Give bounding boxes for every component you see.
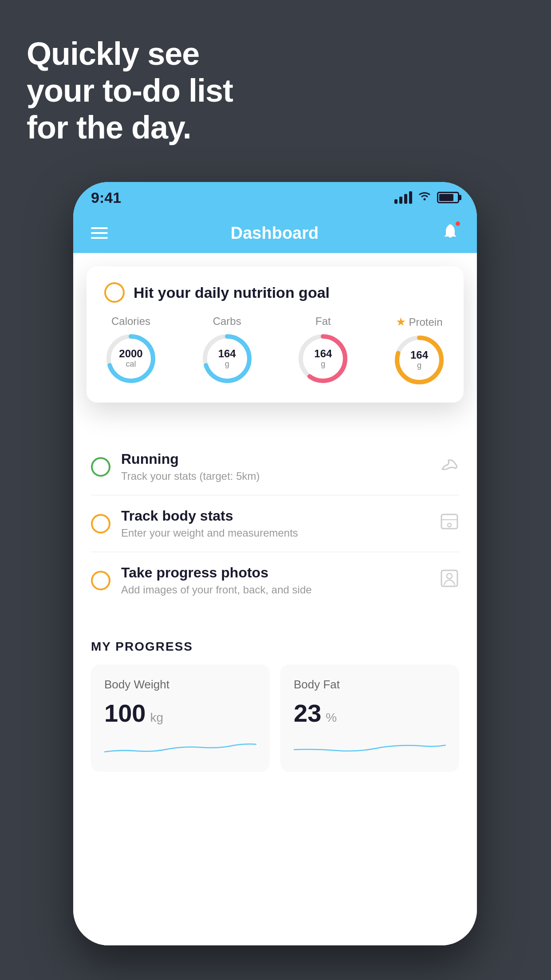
- running-icon: [440, 457, 459, 477]
- body-fat-unit: %: [326, 711, 337, 725]
- body-weight-value-row: 100 kg: [104, 699, 256, 727]
- menu-button[interactable]: [91, 227, 108, 239]
- headline: Quickly see your to-do list for the day.: [27, 36, 233, 146]
- body-fat-card[interactable]: Body Fat 23 %: [280, 664, 459, 772]
- todo-item-running[interactable]: Running Track your stats (target: 5km): [91, 439, 459, 495]
- battery-icon: [437, 192, 459, 203]
- body-weight-unit: kg: [150, 711, 163, 725]
- fat-unit: g: [321, 360, 325, 369]
- person-icon: [440, 569, 459, 592]
- progress-header: MY PROGRESS: [91, 640, 459, 654]
- notification-dot: [455, 221, 461, 227]
- nutrition-goal-title: Hit your daily nutrition goal: [134, 284, 330, 301]
- calories-value: 2000: [119, 348, 142, 360]
- nutrition-grid: Calories 2000 cal Carbs: [104, 315, 446, 387]
- headline-line1: Quickly see: [27, 36, 233, 72]
- star-icon: ★: [396, 315, 406, 329]
- fat-item: Fat 164 g: [296, 315, 350, 385]
- carbs-value: 164: [218, 348, 236, 360]
- todo-item-photos[interactable]: Take progress photos Add images of your …: [91, 552, 459, 609]
- todo-photos-subtitle: Add images of your front, back, and side: [121, 584, 429, 596]
- carbs-chart: 164 g: [201, 332, 254, 385]
- phone-frame: 9:41 Dashboard: [73, 182, 477, 945]
- calories-item: Calories 2000 cal: [104, 315, 157, 385]
- body-fat-value: 23: [294, 699, 321, 727]
- todo-photos-circle: [91, 571, 110, 590]
- nutrition-goal-card: Hit your daily nutrition goal Calories 2…: [87, 266, 464, 403]
- svg-point-13: [447, 573, 452, 579]
- header-title: Dashboard: [231, 224, 319, 243]
- calories-label: Calories: [111, 315, 150, 328]
- app-header: Dashboard: [73, 213, 477, 253]
- notification-button[interactable]: [441, 222, 459, 244]
- protein-value: 164: [410, 349, 428, 361]
- todo-running-subtitle: Track your stats (target: 5km): [121, 470, 429, 482]
- todo-list: Running Track your stats (target: 5km) T…: [73, 439, 477, 609]
- progress-section: MY PROGRESS Body Weight 100 kg: [73, 622, 477, 772]
- content-area: THINGS TO DO TODAY Hit your daily nutrit…: [73, 253, 477, 945]
- fat-value: 164: [314, 348, 332, 360]
- body-fat-chart: [294, 736, 446, 759]
- fat-label: Fat: [315, 315, 331, 328]
- body-fat-value-row: 23 %: [294, 699, 446, 727]
- progress-cards: Body Weight 100 kg Body Fat 23: [91, 664, 459, 772]
- todo-item-body-stats[interactable]: Track body stats Enter your weight and m…: [91, 495, 459, 552]
- status-icons: [394, 190, 459, 205]
- protein-unit: g: [417, 361, 421, 371]
- todo-running-circle: [91, 457, 110, 477]
- todo-photos-text: Take progress photos Add images of your …: [121, 565, 429, 596]
- todo-photos-title: Take progress photos: [121, 565, 429, 581]
- carbs-unit: g: [225, 360, 229, 369]
- body-weight-title: Body Weight: [104, 678, 256, 692]
- calories-unit: cal: [126, 360, 136, 369]
- body-weight-card[interactable]: Body Weight 100 kg: [91, 664, 270, 772]
- protein-item: ★ Protein 164 g: [393, 315, 446, 387]
- headline-line3: for the day.: [27, 109, 233, 146]
- protein-label: Protein: [409, 316, 442, 328]
- goal-checkbox[interactable]: [104, 282, 125, 303]
- todo-bodystats-subtitle: Enter your weight and measurements: [121, 527, 429, 539]
- todo-running-title: Running: [121, 451, 429, 467]
- fat-chart: 164 g: [296, 332, 350, 385]
- svg-point-0: [424, 198, 426, 201]
- body-weight-chart: [104, 736, 256, 759]
- carbs-label: Carbs: [213, 315, 241, 328]
- todo-running-text: Running Track your stats (target: 5km): [121, 451, 429, 482]
- todo-bodystats-title: Track body stats: [121, 508, 429, 524]
- scale-icon: [440, 512, 459, 535]
- carbs-item: Carbs 164 g: [201, 315, 254, 385]
- status-bar: 9:41: [73, 182, 477, 213]
- todo-bodystats-text: Track body stats Enter your weight and m…: [121, 508, 429, 539]
- todo-bodystats-circle: [91, 514, 110, 533]
- body-weight-value: 100: [104, 699, 146, 727]
- svg-point-11: [448, 523, 451, 527]
- headline-line2: your to-do list: [27, 72, 233, 109]
- protein-chart: 164 g: [393, 333, 446, 387]
- wifi-icon: [417, 190, 432, 205]
- body-fat-title: Body Fat: [294, 678, 446, 692]
- calories-chart: 2000 cal: [104, 332, 157, 385]
- status-time: 9:41: [91, 189, 121, 206]
- signal-icon: [394, 191, 412, 204]
